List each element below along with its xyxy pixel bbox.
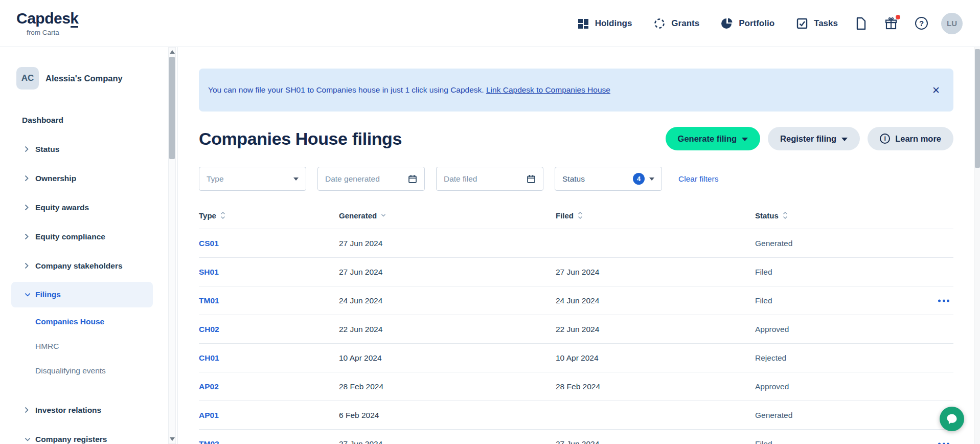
generated-date: 10 Apr 2024 [339, 353, 556, 363]
nav-item-label: Holdings [595, 18, 632, 29]
user-avatar[interactable]: LU [941, 13, 963, 34]
column-label: Status [755, 211, 779, 220]
learn-more-button[interactable]: i Learn more [868, 127, 953, 150]
page-actions: Generate filing Register filing i Learn … [666, 127, 953, 150]
column-label: Filed [556, 211, 574, 220]
help-icon: ? [915, 17, 928, 30]
top-navigation: Holdings Grants Portfolio Tasks [556, 13, 963, 34]
sort-both-icon [220, 212, 225, 219]
date-filed-filter[interactable]: Date filed [436, 167, 543, 191]
nav-item-label: Grants [671, 18, 699, 29]
calendar-icon [527, 174, 536, 184]
sidebar-item-companies-house[interactable]: Companies House [0, 309, 177, 334]
close-icon[interactable]: ✕ [932, 84, 940, 96]
date-generated-filter[interactable]: Date generated [317, 167, 425, 191]
company-avatar: AC [16, 67, 39, 90]
documents-button[interactable] [855, 17, 867, 30]
nav-item-grants[interactable]: Grants [653, 17, 699, 30]
chat-icon [946, 413, 958, 425]
date-generated-placeholder: Date generated [325, 174, 380, 184]
filing-type-link[interactable]: CH02 [199, 325, 219, 334]
portfolio-pie-icon [721, 17, 733, 30]
info-banner: You can now file your SH01 to Companies … [199, 69, 953, 112]
whats-new-button[interactable] [884, 17, 898, 30]
grants-dashed-circle-icon [653, 17, 666, 30]
scroll-down-icon[interactable] [170, 437, 175, 441]
info-icon: i [880, 134, 890, 144]
sidebar-nav: Dashboard Status Ownership Equity awards… [0, 105, 177, 444]
filing-type-link[interactable]: TM01 [199, 296, 219, 305]
status-value: Rejected [755, 353, 953, 363]
nav-item-label: Portfolio [739, 18, 774, 29]
sidebar-item-dashboard[interactable]: Dashboard [0, 105, 177, 135]
sidebar-item-disqualifying-events[interactable]: Disqualifying events [0, 359, 177, 383]
row-menu-icon[interactable] [937, 296, 950, 305]
chevron-right-icon [25, 262, 31, 269]
sidebar-item-hmrc[interactable]: HMRC [0, 334, 177, 359]
nav-item-holdings[interactable]: Holdings [577, 17, 632, 30]
sidebar-item-status[interactable]: Status [0, 135, 177, 164]
help-button[interactable]: ? [915, 17, 928, 30]
top-bar: Capdesk from Carta Holdings Grants Portf… [0, 0, 980, 47]
type-filter-select[interactable]: Type [199, 167, 306, 191]
sidebar-item-equity-compliance[interactable]: Equity compliance [0, 222, 177, 251]
filed-date: 10 Apr 2024 [556, 353, 755, 363]
sidebar-item-ownership[interactable]: Ownership [0, 164, 177, 193]
filing-type-link[interactable]: AP01 [199, 411, 219, 419]
date-filed-placeholder: Date filed [444, 174, 477, 184]
sidebar-scrollbar[interactable] [168, 47, 176, 444]
filing-type-link[interactable]: AP02 [199, 382, 219, 391]
page-scrollbar-thumb[interactable] [975, 49, 980, 168]
column-header-filed[interactable]: Filed [556, 211, 755, 220]
sort-desc-icon [381, 213, 386, 217]
sidebar-item-label: Investor relations [35, 406, 101, 415]
register-filing-button[interactable]: Register filing [768, 127, 860, 150]
sidebar: AC Alessia's Company Dashboard Status Ow… [0, 47, 178, 444]
sidebar-item-equity-awards[interactable]: Equity awards [0, 193, 177, 222]
chevron-down-icon [25, 437, 31, 441]
clear-filters-link[interactable]: Clear filters [678, 174, 718, 184]
generated-date: 28 Feb 2024 [339, 382, 556, 391]
nav-item-tasks[interactable]: Tasks [796, 17, 838, 30]
status-value: Generated [755, 411, 953, 420]
sidebar-item-label: Status [35, 145, 59, 154]
status-filter-select[interactable]: Status 4 [555, 167, 662, 191]
scroll-up-icon[interactable] [170, 50, 175, 54]
sidebar-item-investor-relations[interactable]: Investor relations [0, 395, 177, 425]
generate-filing-button[interactable]: Generate filing [666, 127, 761, 150]
banner-text: You can now file your SH01 to Companies … [208, 85, 610, 95]
chat-launcher-button[interactable] [940, 407, 964, 431]
sidebar-item-company-registers[interactable]: Company registers [0, 425, 177, 444]
sidebar-scrollbar-thumb[interactable] [169, 57, 175, 159]
page-header: Companies House filings Generate filing … [199, 127, 953, 150]
brand-logo[interactable]: Capdesk from Carta [16, 10, 79, 36]
sidebar-item-company-stakeholders[interactable]: Company stakeholders [0, 251, 177, 280]
filing-type-link[interactable]: CH01 [199, 353, 219, 362]
calendar-icon [408, 174, 417, 184]
capdesk-logo: Capdesk [16, 10, 79, 27]
filing-type-link[interactable]: TM02 [199, 439, 219, 444]
chevron-down-icon [742, 138, 748, 141]
filings-table: Type Generated Filed Status CS01 [199, 202, 953, 444]
page-scrollbar[interactable] [974, 47, 980, 444]
sidebar-item-filings[interactable]: Filings [11, 282, 153, 307]
link-capdesk-companies-house[interactable]: Link Capdesk to Companies House [486, 85, 610, 94]
filing-type-link[interactable]: CS01 [199, 239, 219, 248]
row-menu-icon[interactable] [937, 439, 950, 444]
status-value: Approved [755, 325, 953, 334]
company-name: Alessia's Company [45, 74, 123, 83]
sidebar-item-label: Disqualifying events [35, 366, 106, 375]
learn-more-label: Learn more [895, 134, 941, 144]
filing-type-link[interactable]: SH01 [199, 268, 219, 276]
column-header-generated[interactable]: Generated [339, 211, 556, 220]
column-header-status[interactable]: Status [755, 211, 953, 220]
column-header-type[interactable]: Type [199, 211, 339, 220]
status-value: Generated [755, 239, 953, 248]
company-switcher[interactable]: AC Alessia's Company [16, 67, 177, 90]
holdings-grid-icon [577, 17, 589, 30]
sidebar-item-label: Dashboard [22, 116, 63, 125]
nav-item-portfolio[interactable]: Portfolio [721, 17, 774, 30]
chevron-down-icon [649, 177, 654, 181]
main-content: You can now file your SH01 to Companies … [178, 47, 980, 444]
table-row: SH01 27 Jun 2024 27 Jun 2024 Filed [199, 258, 953, 286]
